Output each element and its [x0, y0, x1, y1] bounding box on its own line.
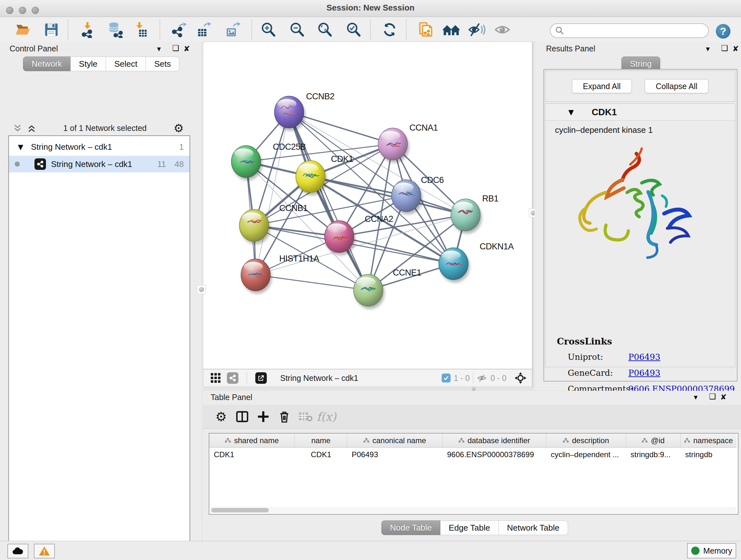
network-edge-HIST1H1A-CCNE1[interactable]	[256, 275, 368, 290]
network-edge-CCNB2-CCNE1[interactable]	[289, 112, 368, 290]
tab-node-table[interactable]: Node Table	[381, 520, 441, 535]
birds-eye-toggle-icon[interactable]	[514, 372, 527, 384]
network-node-CCNE1[interactable]: CCNE1	[354, 268, 421, 309]
tab-edge-table[interactable]: Edge Table	[441, 520, 499, 535]
delete-table-icon[interactable]	[295, 407, 316, 426]
export-image-button[interactable]	[223, 21, 241, 39]
cell-id[interactable]: stringdb:9...	[626, 448, 681, 462]
table-row[interactable]: CDK1 CDK1 P06493 9606.ENSP00000378699 cy…	[209, 448, 738, 462]
table-settings-gear-icon[interactable]: ⚙	[211, 407, 232, 426]
panel-close-icon[interactable]: ✘	[720, 393, 727, 401]
bottom-splitter-handle[interactable]	[469, 387, 478, 391]
panel-close-icon[interactable]: ✘	[732, 44, 739, 53]
collapse-triangle-icon[interactable]: ▼	[568, 108, 574, 116]
cell-namespace[interactable]: stringdb	[681, 448, 737, 462]
column-header-namespace[interactable]: namespace	[681, 434, 737, 448]
zoom-in-button[interactable]	[259, 21, 277, 39]
refresh-button[interactable]	[381, 21, 399, 39]
import-network-database-button[interactable]	[106, 21, 124, 39]
column-header-shared-name[interactable]: shared name	[209, 434, 295, 448]
tab-network[interactable]: Network	[23, 57, 71, 71]
network-graph[interactable]: CCNB2CCNA1CDC25BCDK1CDC6RB1CCNB1CCNA2CDK…	[203, 42, 532, 369]
panel-float-icon[interactable]: ❑	[721, 44, 728, 53]
memory-button[interactable]: Memory	[687, 543, 736, 558]
delete-column-icon[interactable]	[274, 407, 295, 426]
open-session-button[interactable]	[14, 21, 32, 39]
cell-name[interactable]: CDK1	[295, 448, 347, 462]
network-node-CDC6[interactable]: CDC6	[392, 175, 444, 214]
import-table-button[interactable]	[131, 21, 149, 39]
panel-close-icon[interactable]: ✘	[184, 44, 190, 53]
panel-menu-icon[interactable]: ▾	[157, 44, 161, 53]
panel-menu-icon[interactable]: ▾	[694, 393, 697, 401]
import-network-file-button[interactable]	[78, 21, 96, 39]
gear-icon[interactable]: ⚙	[174, 122, 184, 135]
cell-shared-name[interactable]: CDK1	[209, 448, 295, 462]
network-node-CDKN1A[interactable]: CDKN1A	[439, 242, 514, 283]
network-node-RB1[interactable]: RB1	[451, 194, 498, 234]
scrollbar-thumb[interactable]	[211, 508, 269, 512]
network-canvas[interactable]: CCNB2CCNA1CDC25BCDK1CDC6RB1CCNB1CCNA2CDK…	[203, 42, 532, 369]
panel-float-icon[interactable]: ❑	[172, 44, 179, 53]
zoom-fit-button[interactable]	[316, 21, 334, 39]
network-collection-row[interactable]: ▼ String Network – cdk1 1	[9, 138, 190, 155]
network-view-share-icon[interactable]	[227, 372, 239, 384]
column-header-id[interactable]: @id	[626, 434, 681, 448]
tab-style[interactable]: Style	[71, 57, 106, 71]
genecard-link[interactable]: P06493	[628, 368, 660, 378]
uniprot-link[interactable]: P06493	[628, 352, 660, 362]
help-button[interactable]: ?	[716, 24, 731, 39]
network-edge-CCNB2-HIST1H1A[interactable]	[256, 112, 289, 275]
network-node-HIST1H1A[interactable]: HIST1H1A	[241, 254, 320, 294]
collapse-all-icon[interactable]	[13, 124, 22, 133]
grid-view-icon[interactable]	[210, 373, 221, 383]
network-node-CDC25B[interactable]: CDC25B	[231, 142, 306, 180]
column-header-canonical-name[interactable]: canonical name	[347, 434, 443, 448]
table-tabs: Node Table Edge Table Network Table	[381, 520, 568, 535]
cell-description[interactable]: cyclin–dependent ...	[546, 448, 626, 462]
cloud-status-button[interactable]	[7, 544, 28, 558]
search-input[interactable]	[564, 26, 700, 36]
tab-select[interactable]: Select	[106, 57, 146, 71]
panel-menu-icon[interactable]: ▾	[706, 44, 710, 53]
add-column-icon[interactable]	[253, 407, 274, 426]
home-button[interactable]	[443, 21, 461, 39]
cell-database-identifier[interactable]: 9606.ENSP00000378699	[443, 448, 546, 462]
zoom-out-button[interactable]	[288, 21, 306, 39]
column-header-description[interactable]: description	[546, 434, 626, 448]
selected-indicator-checkbox[interactable]	[442, 374, 451, 382]
network-node-CCNB2[interactable]: CCNB2	[274, 91, 334, 131]
node-details-header[interactable]: ▼ CDK1	[545, 104, 735, 121]
network-node-CCNA1[interactable]: CCNA1	[378, 123, 438, 163]
network-edge-CCNA2-CDKN1A[interactable]	[339, 237, 454, 264]
show-all-button[interactable]	[493, 21, 511, 39]
column-header-database-identifier[interactable]: database identifier	[443, 434, 546, 448]
cell-canonical-name[interactable]: P06493	[347, 448, 443, 462]
warnings-button[interactable]	[34, 544, 55, 558]
copy-style-button[interactable]	[416, 21, 434, 39]
zoom-selected-button[interactable]	[345, 21, 362, 39]
collapse-all-button[interactable]: Collapse All	[645, 79, 709, 93]
collapse-triangle-icon[interactable]: ▼	[18, 143, 23, 151]
show-columns-icon[interactable]	[232, 407, 253, 426]
expand-all-button[interactable]: Expand All	[572, 79, 632, 93]
detach-view-icon[interactable]	[255, 372, 267, 384]
column-header-name[interactable]: name	[295, 434, 347, 448]
network-node-CCNA2[interactable]: CCNA2	[325, 214, 393, 255]
panel-float-icon[interactable]: ❑	[709, 392, 716, 401]
network-row-selected[interactable]: String Network – cdk1 11 48	[9, 156, 190, 172]
function-builder-icon[interactable]: f(x)	[316, 407, 337, 426]
tab-sets[interactable]: Sets	[146, 57, 179, 71]
save-session-button[interactable]	[43, 21, 60, 39]
search-field[interactable]	[550, 23, 709, 38]
expand-all-icon[interactable]	[27, 124, 37, 133]
column-type-icon	[363, 438, 369, 443]
export-table-button[interactable]	[195, 21, 212, 39]
hidden-eye-icon	[476, 373, 487, 383]
left-splitter-handle[interactable]	[197, 285, 206, 294]
tab-network-table[interactable]: Network Table	[499, 520, 568, 535]
network-selection-summary: 1 of 1 Network selected	[37, 124, 174, 133]
export-network-button[interactable]	[170, 21, 187, 39]
hide-selection-button[interactable]	[468, 21, 486, 39]
horizontal-scrollbar[interactable]	[210, 507, 736, 513]
